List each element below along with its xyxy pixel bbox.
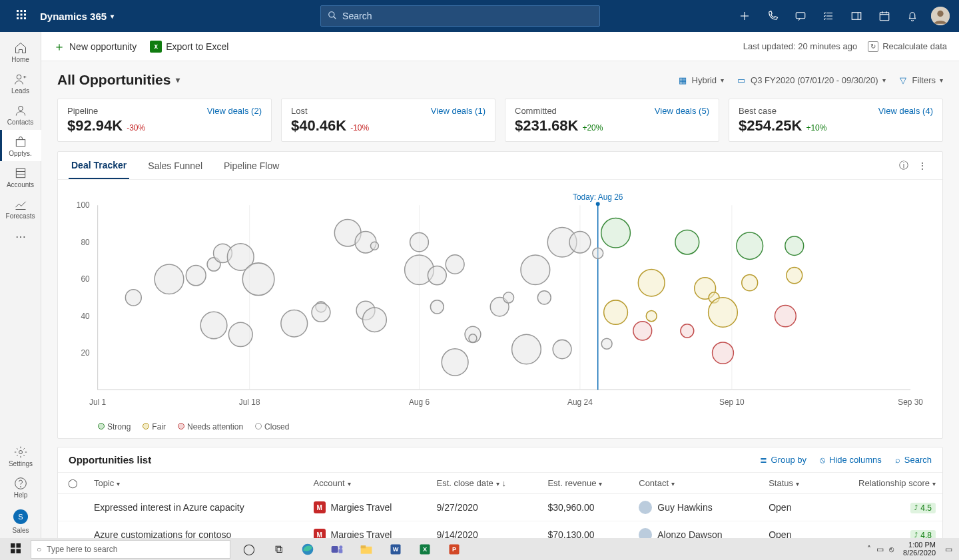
product-name: Dynamics 365: [40, 11, 107, 22]
chat-icon[interactable]: [787, 0, 814, 32]
col-account[interactable]: Account▾: [307, 473, 430, 494]
new-opportunity-button[interactable]: ＋ New opportunity: [53, 41, 137, 52]
col-revenue[interactable]: Est. revenue▾: [541, 473, 632, 494]
col-contact[interactable]: Contact▾: [632, 473, 762, 494]
nav-contacts[interactable]: Contacts: [0, 99, 41, 130]
action-center-icon[interactable]: ▭: [945, 545, 952, 554]
nav-help[interactable]: Help: [0, 471, 41, 503]
cell-close: 9/14/2020: [430, 521, 541, 539]
recalculate-label: Recalculate data: [882, 41, 947, 51]
product-switcher[interactable]: Dynamics 365 ▾: [40, 11, 114, 22]
bell-icon[interactable]: [899, 0, 926, 32]
summary-cards: Pipeline View deals (2) $92.94K -30% Los…: [41, 99, 959, 142]
tray-chevron-icon[interactable]: ˄: [867, 545, 871, 554]
svg-rect-106: [11, 543, 15, 548]
tab-sales-funnel[interactable]: Sales Funnel: [145, 152, 205, 179]
powerpoint-icon[interactable]: P: [440, 538, 469, 560]
col-close[interactable]: Est. close date▾ ↓: [430, 473, 541, 494]
explorer-icon[interactable]: [352, 538, 381, 560]
tab-pipeline-flow[interactable]: Pipeline Flow: [221, 152, 282, 179]
svg-text:Sep 30: Sep 30: [898, 398, 923, 407]
task-view-icon[interactable]: ⧉: [264, 538, 293, 560]
group-icon: ≣: [760, 455, 767, 465]
cell-score: ⤴4.5: [821, 494, 942, 521]
edge-icon[interactable]: [293, 538, 322, 560]
app-launcher-icon[interactable]: [5, 9, 37, 23]
summary-card: Pipeline View deals (2) $92.94K -30%: [57, 99, 272, 142]
taskbar-clock[interactable]: 1:00 PM 8/26/2020: [899, 541, 940, 557]
nav-home[interactable]: Home: [0, 36, 41, 67]
nav-opptys[interactable]: Opptys.: [0, 130, 41, 161]
svg-rect-107: [16, 543, 21, 548]
tray-battery-icon[interactable]: ▭: [876, 545, 884, 554]
excel-icon[interactable]: X: [410, 538, 440, 560]
nav-opptys-label: Opptys.: [9, 150, 31, 157]
svg-point-87: [569, 232, 591, 253]
nav-forecasts[interactable]: Forecasts: [0, 192, 41, 224]
start-button[interactable]: [0, 543, 31, 555]
svg-point-91: [675, 230, 699, 254]
col-status[interactable]: Status▾: [762, 473, 820, 494]
account-logo-icon: M: [314, 529, 326, 538]
chart-more-icon[interactable]: ⋮: [913, 160, 932, 171]
task-icon[interactable]: [815, 0, 842, 32]
teams-icon[interactable]: [322, 538, 352, 560]
chart-info-icon[interactable]: ⓘ: [894, 160, 913, 172]
export-excel-button[interactable]: x Export to Excel: [150, 41, 228, 53]
table-row[interactable]: Expressed interest in Azure capacity MMa…: [58, 494, 942, 521]
recalculate-button[interactable]: ↻ Recalculate data: [868, 41, 947, 52]
tab-deal-tracker[interactable]: Deal Tracker: [69, 152, 129, 179]
card-view-deals-link[interactable]: View deals (5): [655, 106, 709, 116]
phone-icon[interactable]: [759, 0, 786, 32]
top-app-bar: Dynamics 365 ▾ Search: [0, 0, 959, 32]
col-topic[interactable]: Topic▾: [87, 473, 307, 494]
nav-more[interactable]: ⋯: [15, 224, 26, 250]
nav-sales-label: Sales: [12, 527, 29, 534]
svg-point-92: [737, 232, 763, 259]
nav-settings[interactable]: Settings: [0, 440, 41, 471]
cell-status: Open: [762, 494, 820, 521]
svg-rect-7: [21, 17, 23, 19]
panel-icon[interactable]: [843, 0, 870, 32]
filters-button[interactable]: ▽ Filters ▾: [898, 75, 943, 85]
group-by-button[interactable]: ≣Group by: [760, 455, 806, 465]
col-score[interactable]: Relationship score▾: [821, 473, 942, 494]
page-header: All Opportunities ▾ ▦ Hybrid ▾ ▭ Q3 FY20…: [41, 61, 959, 99]
select-all-icon[interactable]: ◯: [68, 478, 78, 488]
user-avatar[interactable]: [927, 0, 954, 32]
card-view-deals-link[interactable]: View deals (2): [207, 106, 262, 116]
view-mode-selector[interactable]: ▦ Hybrid ▾: [677, 75, 725, 85]
table-row[interactable]: Azure customizations for contoso MMargie…: [58, 521, 942, 539]
svg-point-57: [186, 265, 206, 285]
hide-columns-button[interactable]: ⦸Hide columns: [820, 455, 882, 465]
nav-leads[interactable]: Leads: [0, 67, 41, 99]
card-value: $40.46K: [291, 117, 346, 135]
svg-point-112: [339, 545, 342, 549]
cortana-icon[interactable]: ◯: [234, 538, 264, 560]
date-range-selector[interactable]: ▭ Q3 FY2020 (07/01/20 - 09/30/20) ▾: [736, 75, 886, 85]
card-view-deals-link[interactable]: View deals (1): [431, 106, 485, 116]
word-icon[interactable]: W: [381, 538, 410, 560]
card-view-deals-link[interactable]: View deals (4): [878, 106, 933, 116]
tray-wifi-icon[interactable]: ⎋: [889, 545, 894, 554]
list-search-button[interactable]: ⌕Search: [895, 455, 932, 465]
legend-needs: Needs attention: [178, 422, 243, 431]
bubble-chart[interactable]: 20406080100Jul 1Jul 18Aug 6Aug 24Sep 10S…: [58, 180, 942, 420]
view-selector[interactable]: All Opportunities ▾: [57, 72, 180, 88]
svg-text:60: 60: [81, 274, 91, 284]
nav-sales-area[interactable]: S Sales: [0, 503, 41, 538]
nav-accounts[interactable]: Accounts: [0, 161, 41, 192]
trend-up-icon: ⤴: [914, 531, 918, 538]
taskbar-search[interactable]: ○ Type here to search: [31, 540, 230, 559]
svg-point-34: [21, 487, 21, 487]
svg-rect-4: [21, 14, 23, 16]
calendar-icon[interactable]: [871, 0, 898, 32]
svg-point-93: [785, 236, 804, 255]
date-range-label: Q3 FY2020 (07/01/20 - 09/30/20): [751, 75, 878, 85]
cell-status: Open: [762, 521, 820, 539]
chevron-down-icon: ▾: [176, 75, 180, 85]
global-search[interactable]: Search: [320, 5, 600, 27]
svg-text:W: W: [393, 546, 399, 553]
calendar-icon: ▭: [736, 75, 747, 85]
add-icon[interactable]: [731, 0, 758, 32]
